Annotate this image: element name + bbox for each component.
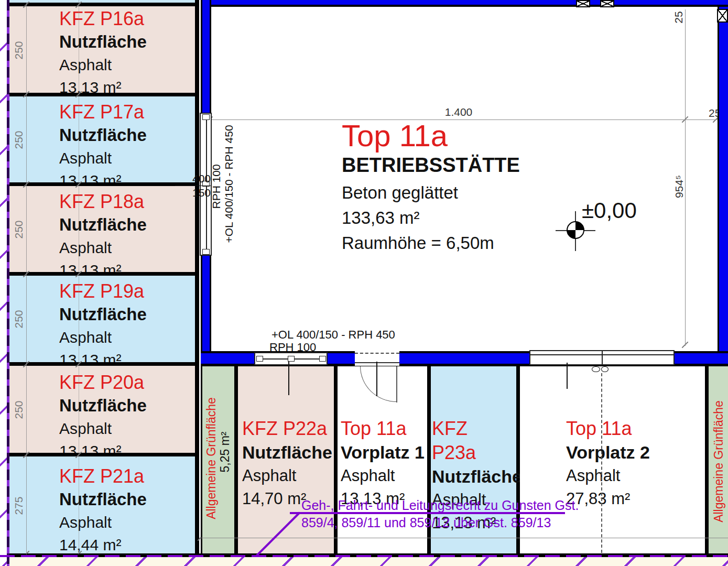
parking-block-p17a: KFZ P17a Nutzfläche Asphalt 13,13 m² xyxy=(9,96,195,182)
room-height-note: Raumhöhe = 6,50m xyxy=(342,231,520,256)
parcel-dashed-border xyxy=(0,555,728,557)
door-leaf xyxy=(396,366,397,402)
divider xyxy=(9,272,199,276)
block-title: Top 11a xyxy=(566,417,705,441)
gate-opening xyxy=(529,350,675,365)
marker-divider xyxy=(567,363,568,389)
parking-material: Asphalt xyxy=(59,417,195,440)
left-wall-upper xyxy=(201,0,211,113)
parking-material: Asphalt xyxy=(59,326,195,349)
block-title: KFZ P23a xyxy=(432,417,516,465)
parking-material: Asphalt xyxy=(59,236,195,259)
parking-title: KFZ P20a xyxy=(59,371,195,394)
divider xyxy=(9,362,199,366)
block-use: Nutzfläche xyxy=(432,465,516,488)
right-wall xyxy=(718,7,728,366)
left-wall-lower xyxy=(201,256,211,353)
room-type: BETRIEBSSTÄTTE xyxy=(342,152,520,178)
wall-dim: 25 xyxy=(672,10,685,24)
dim-line-right xyxy=(685,9,686,346)
width-dim: 1.400 xyxy=(445,106,473,118)
room-name: Top 11a xyxy=(342,119,520,152)
parking-material: Asphalt xyxy=(59,147,195,169)
parking-block-p18a: KFZ P18a Nutzfläche Asphalt 13,13 m² xyxy=(9,186,195,272)
height-dim: 954⁵ xyxy=(673,173,686,200)
bottom-note-ol: +OL 400/150 - RPH 450 xyxy=(271,328,395,342)
easement-note-line2: 859/4, 859/11 und 859/12 über Gst. 859/1… xyxy=(301,515,551,530)
window-mullion xyxy=(288,356,295,362)
top-wall xyxy=(201,0,728,7)
parking-use: Nutzfläche xyxy=(59,30,195,53)
room-label: Top 11a BETRIEBSSTÄTTE Beton geglättet 1… xyxy=(342,119,520,256)
floor-plan-canvas: KFZ P16a Nutzfläche Asphalt 13,13 m² KFZ… xyxy=(0,0,728,566)
green-area-size: 5,25 m² xyxy=(218,430,232,474)
dim-line-left2 xyxy=(79,0,79,554)
dim-line-left xyxy=(26,3,27,554)
dim-line-bottom xyxy=(199,538,728,538)
parking-block-p19a: KFZ P19a Nutzfläche Asphalt 13,13 m² xyxy=(9,276,195,362)
gate-centerline xyxy=(601,373,602,553)
parking-block-p16a: KFZ P16a Nutzfläche Asphalt 13,13 m² xyxy=(9,6,195,93)
window-mullion xyxy=(319,356,326,362)
window-note-rph: RPH 100 xyxy=(210,165,223,209)
block-use: Nutzfläche xyxy=(242,441,334,464)
parking-use: Nutzfläche xyxy=(59,303,195,326)
easement-note-line1: Geh-, Fahrt- und Leitungsrecht zu Gunste… xyxy=(301,498,579,513)
room-area: 133,63 m² xyxy=(342,205,520,231)
depth-dim-label: 250 xyxy=(13,309,25,330)
block-material: Asphalt xyxy=(341,464,427,487)
block-material: Asphalt xyxy=(566,464,705,487)
parking-use: Nutzfläche xyxy=(59,394,195,417)
parking-use: Nutzfläche xyxy=(59,124,195,147)
depth-dim-label: 250 xyxy=(13,399,25,420)
column-x-icon xyxy=(717,9,728,23)
window-note-ol: +OL 400/150 - RPH 450 xyxy=(223,125,235,243)
divider xyxy=(9,182,199,186)
window-mullion xyxy=(202,114,210,120)
green-area-label: Allgemeine Grünfläche xyxy=(712,400,726,523)
parking-title: KFZ P21a xyxy=(59,465,195,488)
marker-divider xyxy=(288,362,289,395)
block-title: Top 11a xyxy=(341,417,427,441)
block-material: Asphalt xyxy=(242,464,334,487)
size-h: 150 xyxy=(175,187,211,199)
room-material: Beton geglättet xyxy=(342,180,520,205)
parking-use: Nutzfläche xyxy=(59,488,195,511)
parking-title: KFZ P17a xyxy=(59,101,195,124)
divider xyxy=(9,453,199,456)
window-mullion xyxy=(256,356,263,362)
divider xyxy=(9,93,199,96)
left-boundary-hatch xyxy=(0,0,7,566)
block-use: Vorplatz 2 xyxy=(566,441,705,464)
gate-post-icon xyxy=(601,366,609,372)
depth-dim-label: 250 xyxy=(13,40,25,61)
depth-dim-label: 275 xyxy=(13,495,25,516)
window-mullion xyxy=(202,249,210,255)
parking-material: Asphalt xyxy=(59,511,195,534)
size-w: 400 xyxy=(175,172,211,185)
bottom-note-rph: RPH 100 xyxy=(269,341,316,354)
parking-title: KFZ P19a xyxy=(59,280,195,303)
parking-material: Asphalt xyxy=(59,53,195,76)
parking-block-p20a: KFZ P20a Nutzfläche Asphalt 13,13 m² xyxy=(9,366,195,453)
parking-block-p21a: KFZ P21a Nutzfläche Asphalt 14,44 m² xyxy=(9,456,195,554)
depth-dim-label: 250 xyxy=(13,219,25,240)
block-title: KFZ P22a xyxy=(242,417,334,441)
gate-post-icon xyxy=(592,366,600,372)
block-area: 27,83 m² xyxy=(566,487,705,510)
level-point-icon xyxy=(567,221,584,239)
bottom-boundary-hatch xyxy=(0,557,728,566)
level-value: ±0,00 xyxy=(582,198,637,223)
block-use: Vorplatz 1 xyxy=(341,441,427,464)
parking-title: KFZ P16a xyxy=(59,7,195,30)
green-area-label: Allgemeine Grünfläche xyxy=(204,397,219,520)
marker-divider xyxy=(376,362,377,396)
column-x-icon xyxy=(600,0,614,7)
column-border xyxy=(195,0,199,557)
parking-use: Nutzfläche xyxy=(59,213,195,236)
window-size-marker: 400 150 xyxy=(175,172,211,199)
divider xyxy=(9,3,199,6)
depth-dim-label: 250 xyxy=(13,129,25,150)
column-x-icon xyxy=(576,0,590,7)
